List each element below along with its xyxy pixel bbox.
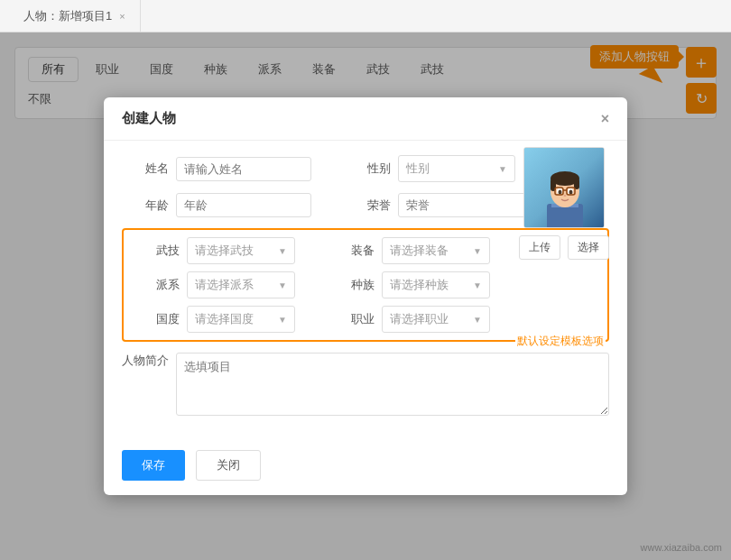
gender-select[interactable]: 性别 ▼ — [398, 155, 515, 182]
tab-close-icon[interactable]: × — [119, 11, 125, 22]
sect-race-row: 派系 请选择派系 ▼ 种族 请选择种族 ▼ — [133, 271, 598, 298]
name-label: 姓名 — [122, 161, 169, 177]
country-label: 国度 — [133, 311, 180, 327]
bio-textarea[interactable] — [176, 353, 609, 416]
equip-label: 装备 — [328, 243, 375, 259]
job-label: 职业 — [328, 311, 375, 327]
create-character-modal: 创建人物 × 姓名 性别 性别 ▼ — [104, 97, 627, 495]
race-select[interactable]: 请选择种族 ▼ — [382, 271, 490, 298]
sect-placeholder: 请选择派系 — [195, 277, 254, 293]
modal-footer: 保存 关闭 — [104, 441, 627, 495]
age-input[interactable] — [176, 193, 311, 217]
main-content: 所有 职业 国度 种族 派系 装备 武技 武技 不限 添加人物按钮 ＋ ↻ 创建… — [0, 32, 731, 560]
upload-button[interactable]: 上传 — [519, 235, 560, 260]
modal-header: 创建人物 × — [104, 97, 627, 141]
skill-placeholder: 请选择武技 — [195, 243, 254, 259]
age-label: 年龄 — [122, 197, 169, 214]
avatar-svg — [524, 148, 605, 228]
svg-rect-1 — [547, 204, 583, 228]
race-label: 种族 — [328, 277, 375, 293]
job-select[interactable]: 请选择职业 ▼ — [382, 306, 490, 333]
country-arrow-icon: ▼ — [278, 315, 287, 325]
bio-row: 人物简介 — [122, 353, 609, 416]
honor-label: 荣誉 — [344, 197, 391, 214]
sect-select[interactable]: 请选择派系 ▼ — [187, 271, 295, 298]
bio-label: 人物简介 — [122, 353, 169, 369]
honor-input[interactable] — [398, 193, 533, 217]
gender-placeholder: 性别 — [406, 161, 430, 177]
avatar-image — [523, 147, 605, 228]
choose-button[interactable]: 选择 — [568, 235, 609, 260]
svg-point-11 — [569, 190, 573, 195]
job-arrow-icon: ▼ — [473, 315, 482, 325]
svg-point-10 — [559, 190, 562, 195]
tab-label: 人物：新增项目1 — [23, 8, 112, 24]
country-placeholder: 请选择国度 — [195, 311, 254, 327]
modal-close-button[interactable]: × — [601, 112, 609, 126]
sect-label: 派系 — [133, 277, 180, 293]
top-tab[interactable]: 人物：新增项目1 × — [9, 0, 141, 32]
equip-placeholder: 请选择装备 — [390, 243, 449, 259]
top-bar: 人物：新增项目1 × — [0, 0, 731, 32]
gender-arrow-icon: ▼ — [498, 164, 507, 174]
country-job-row: 国度 请选择国度 ▼ 职业 请选择职业 ▼ — [133, 306, 598, 333]
avatar-buttons: 上传 选择 — [519, 235, 609, 260]
race-arrow-icon: ▼ — [473, 280, 482, 290]
gender-label: 性别 — [344, 161, 391, 177]
modal-body: 姓名 性别 性别 ▼ 年龄 荣誉 — [104, 141, 627, 441]
skill-select[interactable]: 请选择武技 ▼ — [187, 237, 295, 264]
job-placeholder: 请选择职业 — [390, 311, 449, 327]
close-button[interactable]: 关闭 — [196, 450, 261, 481]
sect-arrow-icon: ▼ — [278, 280, 287, 290]
skill-label: 武技 — [133, 243, 180, 259]
modal-title: 创建人物 — [122, 110, 176, 127]
equip-select[interactable]: 请选择装备 ▼ — [382, 237, 490, 264]
race-placeholder: 请选择种族 — [390, 277, 449, 293]
save-button[interactable]: 保存 — [122, 450, 185, 481]
template-note: 默认设定模板选项 — [515, 334, 606, 349]
equip-arrow-icon: ▼ — [473, 246, 482, 256]
skill-arrow-icon: ▼ — [278, 246, 287, 256]
name-input[interactable] — [176, 157, 311, 181]
country-select[interactable]: 请选择国度 ▼ — [187, 306, 295, 333]
svg-point-15 — [564, 195, 567, 197]
modal-overlay: 创建人物 × 姓名 性别 性别 ▼ — [0, 32, 731, 560]
